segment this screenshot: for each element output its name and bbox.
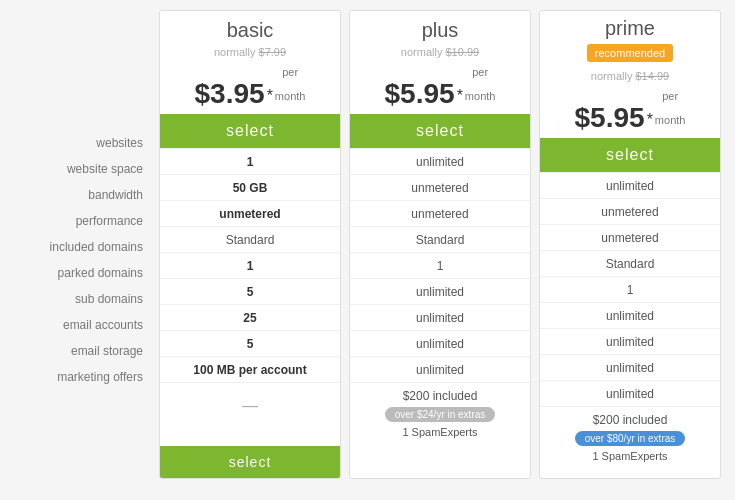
plus-period: permonth xyxy=(465,60,496,108)
plus-performance: Standard xyxy=(350,226,530,252)
plus-marketing: $200 included over $24/yr in extras 1 Sp… xyxy=(350,382,530,442)
plus-website-space: unmetered xyxy=(350,174,530,200)
basic-included-domains: 1 xyxy=(160,252,340,278)
basic-original-price: $7.99 xyxy=(259,46,287,58)
basic-websites: 1 xyxy=(160,148,340,174)
plus-marketing-included: $200 included xyxy=(403,389,478,403)
prime-period: permonth xyxy=(655,84,686,132)
prime-parked-domains: unlimited xyxy=(540,302,720,328)
basic-performance: Standard xyxy=(160,226,340,252)
prime-website-space: unmetered xyxy=(540,198,720,224)
feature-website-space: website space xyxy=(10,156,155,182)
basic-asterisk: * xyxy=(267,83,273,109)
prime-original-price: $14.99 xyxy=(635,70,669,82)
features-header-spacer xyxy=(10,0,155,130)
basic-header: basic normally $7.99 $3.95 * permonth xyxy=(160,11,340,114)
prime-email-storage: unlimited xyxy=(540,380,720,406)
basic-bandwidth: unmetered xyxy=(160,200,340,226)
prime-marketing: $200 included over $80/yr in extras 1 Sp… xyxy=(540,406,720,466)
plus-price: $5.95 xyxy=(385,80,455,108)
prime-sub-domains: unlimited xyxy=(540,328,720,354)
prime-performance: Standard xyxy=(540,250,720,276)
plan-prime: prime recommended normally $14.99 $5.95 … xyxy=(539,10,721,479)
prime-bandwidth: unmetered xyxy=(540,224,720,250)
feature-email-storage: email storage xyxy=(10,338,155,364)
plus-websites: unlimited xyxy=(350,148,530,174)
prime-plan-name: prime xyxy=(540,17,720,44)
feature-parked-domains: parked domains xyxy=(10,260,155,286)
plus-sub-domains: unlimited xyxy=(350,304,530,330)
prime-extras-badge: over $80/yr in extras xyxy=(575,431,686,446)
basic-select-top-button[interactable]: select xyxy=(159,114,341,148)
feature-websites: websites xyxy=(10,130,155,156)
prime-data-rows: unlimited unmetered unmetered Standard 1… xyxy=(540,172,720,478)
plan-basic: basic normally $7.99 $3.95 * permonth se… xyxy=(159,10,341,479)
plus-bandwidth: unmetered xyxy=(350,200,530,226)
plan-plus: plus normally $10.99 $5.95 * permonth se… xyxy=(349,10,531,479)
basic-website-space: 50 GB xyxy=(160,174,340,200)
feature-bandwidth: bandwidth xyxy=(10,182,155,208)
feature-marketing-offers: marketing offers xyxy=(10,364,155,390)
prime-price-line: $5.95 * permonth xyxy=(540,84,720,132)
plus-asterisk: * xyxy=(457,83,463,109)
recommended-badge: recommended xyxy=(587,44,673,62)
plus-original-price: $10.99 xyxy=(445,46,479,58)
basic-period: permonth xyxy=(275,60,306,108)
prime-normally: normally $14.99 xyxy=(540,70,720,82)
feature-sub-domains: sub domains xyxy=(10,286,155,312)
feature-performance: performance xyxy=(10,208,155,234)
prime-price: $5.95 xyxy=(575,104,645,132)
plus-spam-experts: 1 SpamExperts xyxy=(402,426,477,438)
plus-header: plus normally $10.99 $5.95 * permonth xyxy=(350,11,530,114)
basic-parked-domains: 5 xyxy=(160,278,340,304)
plus-email-accounts: unlimited xyxy=(350,330,530,356)
prime-asterisk: * xyxy=(647,107,653,133)
basic-price: $3.95 xyxy=(195,80,265,108)
plus-plan-name: plus xyxy=(358,19,522,42)
feature-email-accounts: email accounts xyxy=(10,312,155,338)
plus-included-domains: 1 xyxy=(350,252,530,278)
prime-websites: unlimited xyxy=(540,172,720,198)
plus-extras-badge: over $24/yr in extras xyxy=(385,407,496,422)
basic-plan-name: basic xyxy=(168,19,332,42)
basic-price-line: $3.95 * permonth xyxy=(168,60,332,108)
plus-email-storage: unlimited xyxy=(350,356,530,382)
prime-header-outer: prime recommended normally $14.99 $5.95 … xyxy=(540,11,720,138)
prime-select-top-button[interactable]: select xyxy=(539,138,721,172)
plus-select-top-button[interactable]: select xyxy=(349,114,531,148)
features-column: websites website space bandwidth perform… xyxy=(10,0,155,390)
prime-email-accounts: unlimited xyxy=(540,354,720,380)
basic-sub-domains: 25 xyxy=(160,304,340,330)
plus-data-rows: unlimited unmetered unmetered Standard 1… xyxy=(350,148,530,478)
basic-select-bottom-button[interactable]: select xyxy=(160,446,340,478)
basic-normally: normally $7.99 xyxy=(168,46,332,58)
feature-included-domains: included domains xyxy=(10,234,155,260)
basic-email-accounts: 5 xyxy=(160,330,340,356)
prime-included-domains: 1 xyxy=(540,276,720,302)
basic-data-rows: 1 50 GB unmetered Standard 1 5 25 5 100 … xyxy=(160,148,340,442)
basic-marketing-dash: — xyxy=(242,397,258,415)
plus-parked-domains: unlimited xyxy=(350,278,530,304)
plus-normally: normally $10.99 xyxy=(358,46,522,58)
prime-marketing-included: $200 included xyxy=(593,413,668,427)
plus-price-line: $5.95 * permonth xyxy=(358,60,522,108)
basic-marketing: — xyxy=(160,382,340,442)
prime-spam-experts: 1 SpamExperts xyxy=(592,450,667,462)
basic-email-storage: 100 MB per account xyxy=(160,356,340,382)
pricing-table: websites website space bandwidth perform… xyxy=(0,0,735,489)
